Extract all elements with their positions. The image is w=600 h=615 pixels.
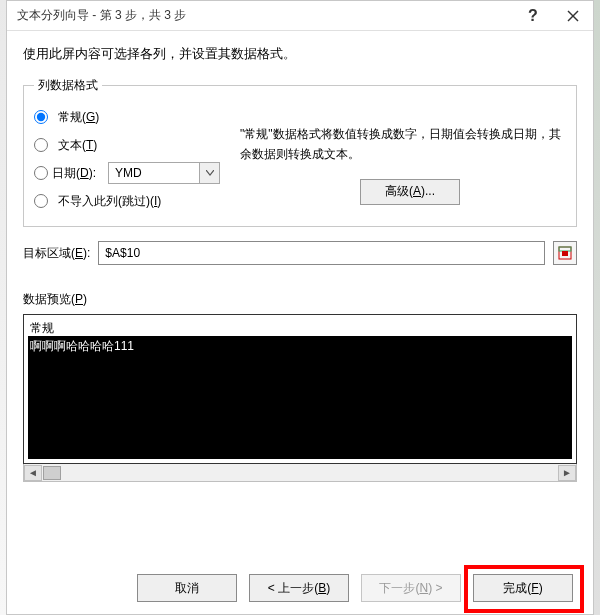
scroll-thumb[interactable]: [43, 466, 61, 480]
scroll-left-arrow[interactable]: ◄: [24, 465, 42, 481]
scroll-right-arrow[interactable]: ►: [558, 465, 576, 481]
radio-date[interactable]: 日期(D):: [34, 165, 96, 182]
data-preview: 常规 啊啊啊哈哈哈哈111: [23, 314, 577, 464]
back-button[interactable]: < 上一步(B): [249, 574, 349, 602]
radio-general[interactable]: 常规(G): [34, 104, 234, 130]
radio-skip-input[interactable]: [34, 194, 48, 208]
radio-text-input[interactable]: [34, 138, 48, 152]
radio-skip[interactable]: 不导入此列(跳过)(I): [34, 188, 234, 214]
advanced-button[interactable]: 高级(A)...: [360, 179, 460, 205]
destination-label: 目标区域(E):: [23, 245, 90, 262]
finish-button[interactable]: 完成(F): [473, 574, 573, 602]
date-format-select[interactable]: YMD: [108, 162, 220, 184]
radio-text[interactable]: 文本(T): [34, 132, 234, 158]
chevron-down-icon: [199, 163, 219, 183]
scroll-track[interactable]: [62, 465, 558, 481]
radio-date-input[interactable]: [34, 166, 48, 180]
column-format-group: 列数据格式 常规(G) 文本(T) 日期(D):: [23, 77, 577, 227]
preview-row: 啊啊啊哈哈哈哈111: [28, 337, 572, 355]
next-button: 下一步(N) >: [361, 574, 461, 602]
preview-label: 数据预览(P): [23, 291, 577, 308]
cancel-button[interactable]: 取消: [137, 574, 237, 602]
range-picker-icon: [558, 246, 572, 260]
window-title: 文本分列向导 - 第 3 步，共 3 步: [17, 7, 513, 24]
destination-input-wrap: [98, 241, 545, 265]
button-row: 取消 < 上一步(B) 下一步(N) > 完成(F): [7, 562, 593, 614]
wizard-dialog: 文本分列向导 - 第 3 步，共 3 步 ? 使用此屏内容可选择各列，并设置其数…: [6, 0, 594, 615]
instruction-text: 使用此屏内容可选择各列，并设置其数据格式。: [23, 45, 577, 63]
help-button[interactable]: ?: [513, 1, 553, 31]
svg-rect-3: [559, 247, 571, 251]
preview-column-header[interactable]: 常规: [28, 319, 572, 337]
date-format-value: YMD: [109, 163, 199, 183]
group-legend: 列数据格式: [34, 77, 102, 94]
preview-horizontal-scrollbar[interactable]: ◄ ►: [23, 464, 577, 482]
format-explanation: "常规"数据格式将数值转换成数字，日期值会转换成日期，其余数据则转换成文本。: [240, 124, 566, 165]
range-picker-button[interactable]: [553, 241, 577, 265]
destination-input[interactable]: [103, 245, 540, 261]
titlebar: 文本分列向导 - 第 3 步，共 3 步 ?: [7, 1, 593, 31]
close-icon: [567, 10, 579, 22]
radio-general-input[interactable]: [34, 110, 48, 124]
svg-rect-4: [562, 251, 568, 256]
close-button[interactable]: [553, 1, 593, 31]
